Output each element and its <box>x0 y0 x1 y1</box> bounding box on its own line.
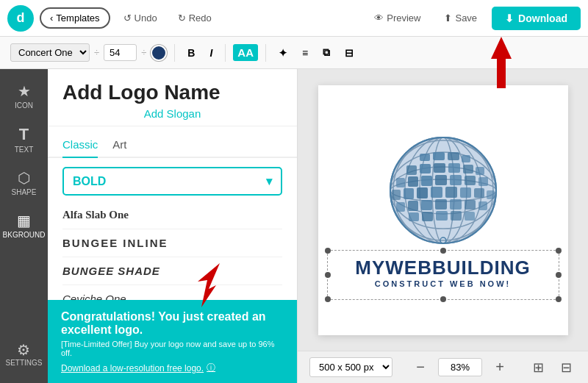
svg-rect-15 <box>462 155 470 162</box>
chevron-left-icon: ‹ <box>50 12 53 24</box>
canvas-bottom-bar: 500 x 500 px − 83% + ⊞ ⊟ <box>298 351 588 383</box>
list-item[interactable]: BUNGEE INLINE <box>62 229 282 257</box>
color-picker[interactable] <box>151 45 167 61</box>
handle-bm <box>440 296 446 302</box>
app-logo: d <box>7 5 34 32</box>
download-icon: ⬇ <box>505 12 514 24</box>
font-family-select[interactable]: Concert One <box>10 43 90 62</box>
canvas-company-slogan[interactable]: CONSTRUCT WEB NOW! <box>375 279 511 288</box>
handle-bl <box>325 296 331 302</box>
congrats-link[interactable]: Download a low-resolution free logo. ⓘ <box>61 362 284 374</box>
congrats-overlay: Congratulations! You just created an exc… <box>48 300 297 383</box>
aa-button[interactable]: AA <box>233 44 258 61</box>
list-item[interactable]: Alfa Slab One <box>62 201 282 229</box>
svg-rect-18 <box>434 163 445 173</box>
bold-button[interactable]: B <box>182 44 200 62</box>
undo-button[interactable]: ↺ Undo <box>116 9 165 27</box>
sidebar-item-settings[interactable]: ⚙ SETTINGS <box>5 341 42 376</box>
font-dropdown-wrap: BOLD ▾ <box>48 158 297 201</box>
text-icon: T <box>19 125 29 144</box>
main-toolbar: d ‹ Templates ↺ Undo ↻ Redo 👁 Preview ⬆ … <box>0 0 588 37</box>
save-button[interactable]: ⬆ Save <box>435 9 486 27</box>
separator3 <box>265 44 266 62</box>
italic-button[interactable]: I <box>204 44 218 62</box>
congrats-offer: [Time-Limited Offer] Buy your logo now a… <box>61 340 284 357</box>
svg-rect-19 <box>448 163 460 173</box>
sidebar-item-text[interactable]: T TEXT <box>0 119 48 160</box>
left-panel: Add Logo Name Add Slogan Classic Art BOL… <box>48 69 298 383</box>
svg-rect-34 <box>460 187 471 198</box>
undo-icon: ↺ <box>123 12 132 24</box>
icon-sidebar: ★ ICON T TEXT ⬡ SHAPE ▦ BKGROUND ⚙ SETTI… <box>0 69 48 383</box>
divider-icon: ÷ <box>94 47 99 58</box>
svg-rect-22 <box>396 178 405 187</box>
list-item[interactable]: BUNGEE SHADE <box>62 257 282 285</box>
svg-rect-40 <box>435 199 447 210</box>
svg-rect-26 <box>450 175 462 185</box>
main-area: ★ ICON T TEXT ⬡ SHAPE ▦ BKGROUND ⚙ SETTI… <box>0 69 588 383</box>
tab-classic[interactable]: Classic <box>62 134 98 158</box>
zoom-in-button[interactable]: + <box>490 357 510 378</box>
redo-icon: ↻ <box>178 12 186 24</box>
font-size-input[interactable] <box>104 44 137 61</box>
handle-tr <box>556 248 562 254</box>
logo-graphic <box>384 132 502 249</box>
separator <box>174 44 175 62</box>
list-button[interactable]: ≡ <box>297 44 313 62</box>
svg-rect-27 <box>465 176 476 185</box>
svg-rect-42 <box>465 200 476 210</box>
svg-rect-12 <box>420 154 430 161</box>
svg-rect-33 <box>445 187 457 198</box>
separator2 <box>225 44 226 62</box>
download-button[interactable]: ⬇ Download <box>492 7 581 30</box>
svg-rect-38 <box>408 201 418 211</box>
logo-title-area: Add Logo Name Add Slogan <box>48 69 297 126</box>
svg-rect-36 <box>487 190 495 199</box>
logo-name[interactable]: Add Logo Name <box>62 81 282 104</box>
svg-rect-14 <box>448 152 459 160</box>
layers-button[interactable]: ⧉ <box>318 43 335 62</box>
font-style-dropdown[interactable]: BOLD ▾ <box>62 167 282 196</box>
shape-icon: ⬡ <box>18 169 30 187</box>
svg-rect-32 <box>431 187 442 198</box>
svg-rect-30 <box>404 188 414 199</box>
arrange-button[interactable]: ⊟ <box>556 357 576 378</box>
redo-button[interactable]: ↻ Redo <box>171 9 219 27</box>
handle-br <box>556 296 562 302</box>
templates-button[interactable]: ‹ Templates <box>40 7 110 29</box>
canvas-area: MYWEBBUILDING CONSTRUCT WEB NOW! 500 x <box>298 69 588 383</box>
svg-rect-41 <box>450 199 462 210</box>
format-toolbar: Concert One ÷ ÷ B I AA ✦ ≡ ⧉ ⊟ <box>0 37 588 69</box>
design-canvas[interactable]: MYWEBBUILDING CONSTRUCT WEB NOW! <box>318 85 568 335</box>
svg-rect-48 <box>465 212 475 221</box>
canvas-size-select[interactable]: 500 x 500 px <box>309 357 392 377</box>
svg-rect-24 <box>421 176 432 186</box>
star-icon: ★ <box>18 82 31 100</box>
svg-rect-16 <box>406 165 417 175</box>
sidebar-item-icon[interactable]: ★ ICON <box>0 76 48 115</box>
svg-rect-23 <box>408 176 418 187</box>
handle-mr <box>556 272 562 278</box>
logo-slogan[interactable]: Add Slogan <box>62 107 282 120</box>
svg-rect-21 <box>476 167 484 175</box>
svg-rect-29 <box>392 190 401 200</box>
svg-rect-37 <box>396 202 405 212</box>
sidebar-item-background[interactable]: ▦ BKGROUND <box>0 206 48 245</box>
svg-rect-25 <box>435 175 447 185</box>
align-button[interactable]: ⊟ <box>340 44 359 62</box>
eye-icon: 👁 <box>374 12 384 24</box>
zoom-level[interactable]: 83% <box>438 358 482 376</box>
tab-art[interactable]: Art <box>112 134 126 158</box>
save-icon: ⬆ <box>444 12 452 24</box>
sparkle-button[interactable]: ✦ <box>273 44 293 62</box>
zoom-out-button[interactable]: − <box>410 357 431 378</box>
svg-rect-13 <box>433 152 445 160</box>
svg-rect-46 <box>436 211 448 221</box>
sidebar-item-shape[interactable]: ⬡ SHAPE <box>0 163 48 202</box>
canvas-company-name[interactable]: MYWEBBUILDING <box>355 257 530 279</box>
preview-button[interactable]: 👁 Preview <box>365 9 429 27</box>
handle-ml <box>325 272 331 278</box>
style-tabs: Classic Art <box>48 126 297 158</box>
svg-rect-44 <box>409 212 419 221</box>
grid-view-button[interactable]: ⊞ <box>528 357 548 378</box>
